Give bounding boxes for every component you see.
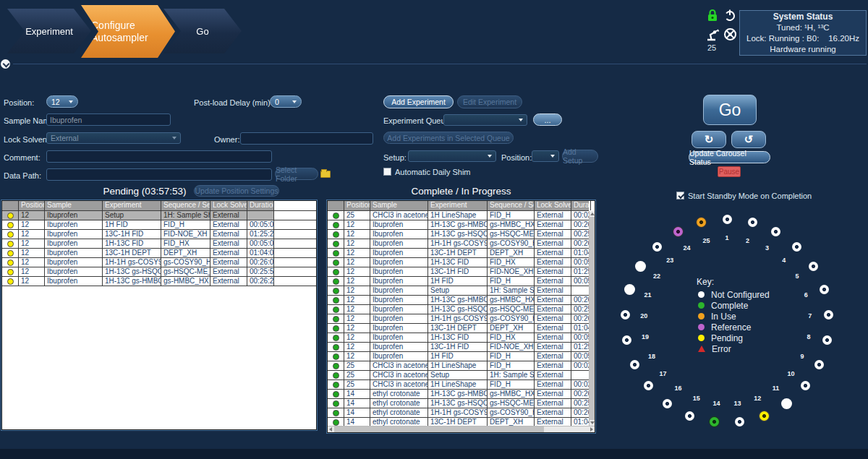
table-row[interactable]: 14ethyl crotonate1H-13C gs-HSQC-MEgs-HSQ… — [328, 399, 589, 408]
carousel-position-20[interactable] — [621, 310, 630, 319]
carousel-position-18[interactable] — [630, 360, 639, 369]
setup-position-select[interactable] — [532, 150, 559, 162]
column-header-position[interactable]: Position — [19, 201, 45, 210]
carousel-position-14[interactable] — [710, 417, 719, 426]
table-row[interactable]: 12Ibuprofen1H-13C gs-HMBCgs-HMBC_HXExter… — [328, 296, 589, 305]
table-row[interactable]: 14ethyl crotonate1H-13C gs-HMBCgs-HMBC_H… — [328, 390, 589, 399]
carousel-position-12[interactable] — [760, 411, 769, 421]
horizontal-scrollbar[interactable] — [328, 426, 595, 432]
table-row[interactable]: 12Ibuprofen1H-1H gs-COSY90gs-COSY90_HHEx… — [2, 258, 316, 267]
table-row[interactable]: 12Ibuprofen1H FIDFID_HExternal00:05:00 — [2, 220, 316, 230]
scroll-left-icon[interactable] — [329, 427, 332, 432]
column-header-sample[interactable]: Sample — [45, 201, 103, 210]
carousel-position-9[interactable] — [814, 360, 824, 369]
carousel-position-7[interactable] — [824, 310, 833, 319]
table-row[interactable]: 12Ibuprofen1H FIDFID_HExternal00:05:0 — [328, 277, 589, 286]
tab-go[interactable]: Go — [163, 9, 242, 53]
table-row[interactable]: 12IbuprofenSetup1H: Sample ShimExternal — [2, 211, 316, 220]
table-row[interactable]: 12Ibuprofen13C-1H DEPTDEPT_XHExternal01:… — [2, 249, 316, 258]
position-select[interactable]: 12 — [46, 95, 78, 108]
carousel-wheel-icon[interactable] — [723, 27, 737, 44]
scroll-down-icon[interactable] — [590, 421, 595, 424]
carousel-position-24[interactable] — [673, 227, 683, 236]
rotate-clockwise-button[interactable]: ↻ — [692, 131, 726, 148]
table-row[interactable]: 12Ibuprofen1H-1H gs-COSY90gs-COSY90_HHEx… — [328, 239, 589, 249]
tab-experiment[interactable]: Experiment — [7, 9, 91, 53]
column-header-experiment[interactable]: Experiment — [103, 201, 161, 210]
table-row[interactable]: 12Ibuprofen13C-1H FIDFID-NOE_XHExternal0… — [2, 230, 316, 239]
table-row[interactable]: 12Ibuprofen1H-13C gs-HMBCgs-HMBC_HXExter… — [2, 277, 316, 286]
carousel-position-8[interactable] — [822, 335, 832, 345]
carousel-position-2[interactable] — [748, 218, 757, 227]
table-row[interactable]: 12Ibuprofen1H FIDFID_HExternal00:05:0 — [328, 352, 589, 361]
owner-input[interactable] — [240, 132, 373, 145]
column-header-sample[interactable]: Sample — [370, 201, 428, 210]
carousel-position-15[interactable] — [685, 411, 694, 421]
table-row[interactable]: 12Ibuprofen1H-13C gs-HSQC-MEgs-HSQC-ME_H… — [328, 305, 589, 314]
table-row[interactable]: 25CHCl3 in acetone-d61H LineShapeFID_HEx… — [328, 380, 589, 390]
setup-select[interactable] — [408, 150, 496, 162]
column-header-sequence[interactable]: Sequence / Setup — [488, 201, 535, 210]
carousel-position-16[interactable] — [663, 399, 672, 408]
carousel-position-4[interactable] — [792, 242, 801, 252]
table-row[interactable]: 12Ibuprofen1H-13C gs-HSQC-MEgs-HSQC-ME_H… — [328, 230, 589, 239]
carousel-position-3[interactable] — [771, 227, 780, 236]
carousel-position-13[interactable] — [735, 417, 744, 426]
carousel-position-5[interactable] — [809, 262, 818, 271]
carousel-position-21[interactable] — [624, 284, 635, 295]
table-row[interactable]: 12Ibuprofen1H-1H gs-COSY90gs-COSY90_HHEx… — [328, 314, 589, 324]
table-row[interactable]: 12Ibuprofen13C-1H DEPTDEPT_XHExternal01:… — [328, 249, 589, 258]
data-path-input[interactable] — [46, 168, 272, 181]
carousel-position-19[interactable] — [622, 335, 631, 345]
carousel-position-25[interactable] — [697, 218, 706, 227]
carousel-position-1[interactable] — [723, 215, 732, 224]
scrollbar-thumb[interactable] — [590, 217, 595, 420]
scroll-up-icon[interactable] — [590, 213, 595, 215]
comment-input[interactable] — [46, 150, 272, 163]
table-row[interactable]: 12Ibuprofen1H-13C gs-HMBCgs-HMBC_HXExter… — [328, 220, 589, 230]
table-row[interactable]: 12Ibuprofen13C-1H FIDFID-NOE_XHExternal0… — [328, 343, 589, 352]
carousel-position-10[interactable] — [801, 381, 810, 390]
table-row[interactable]: 14ethyl crotonate1H-1H gs-COSY90gs-COSY9… — [328, 408, 589, 418]
table-row[interactable]: 12Ibuprofen13C-1H DEPTDEPT_XHExternal01:… — [328, 324, 589, 333]
folder-icon[interactable] — [320, 171, 331, 178]
carousel-position-22[interactable] — [635, 261, 646, 272]
column-header-experiment[interactable]: Experiment — [428, 201, 488, 210]
column-header-solvent[interactable]: Lock Solvent — [210, 201, 247, 210]
column-header-sequence[interactable]: Sequence / Setup — [161, 201, 210, 210]
queue-more-button[interactable]: ... — [533, 113, 562, 126]
carousel-position-23[interactable] — [652, 242, 662, 252]
table-row[interactable]: 12Ibuprofen1H-13C FIDFID_HXExternal00:05… — [2, 239, 316, 249]
table-row[interactable]: 25CHCl3 in acetone-d6Setup1H: Sample Shi… — [328, 371, 589, 380]
sample-name-input[interactable] — [46, 113, 171, 126]
rotate-counterclockwise-button[interactable]: ↺ — [731, 131, 766, 148]
table-row[interactable]: 25CHCl3 in acetone-d61H LineShapeFID_HEx… — [328, 211, 589, 220]
update-carousel-status-button[interactable]: Update Carousel Status — [689, 151, 770, 163]
collapse-panel-chevron-icon[interactable] — [1, 59, 10, 69]
table-row[interactable]: 12IbuprofenSetup1H: Sample ShimExternal — [328, 286, 589, 296]
postload-delay-select[interactable]: 0 — [270, 95, 302, 108]
standby-mode-checkbox[interactable] — [676, 192, 684, 200]
column-header-duration[interactable]: Duration — [571, 201, 591, 210]
carousel-position-11[interactable] — [781, 398, 792, 409]
table-row[interactable]: 12Ibuprofen1H-13C gs-HSQC-MEgs-HSQC-ME_H… — [2, 267, 316, 277]
table-row[interactable]: 12Ibuprofen1H-13C FIDFID_HXExternal00:05… — [328, 258, 589, 267]
vertical-scrollbar[interactable] — [589, 211, 595, 426]
table-row[interactable]: 12Ibuprofen1H-13C FIDFID_HXExternal00:05… — [328, 333, 589, 343]
column-header-duration[interactable]: Duration — [247, 201, 274, 210]
scrollbar-thumb[interactable] — [334, 426, 544, 432]
tab-configure-autosampler[interactable]: ConfigureAutosampler — [81, 5, 175, 58]
column-header-position[interactable]: Position — [344, 201, 370, 210]
experiment-queue-select[interactable] — [443, 114, 527, 126]
power-icon[interactable] — [723, 9, 736, 25]
automatic-daily-shim-checkbox[interactable] — [383, 168, 391, 176]
carousel-position-6[interactable] — [820, 285, 829, 294]
table-row[interactable]: 25CHCl3 in acetone-d61H LineShapeFID_HEx… — [328, 361, 589, 371]
add-experiment-button[interactable]: Add Experiment — [383, 95, 454, 108]
pending-table[interactable]: PositionSampleExperimentSequence / Setup… — [1, 200, 317, 430]
table-row[interactable]: 12Ibuprofen13C-1H FIDFID-NOE_XHExternal0… — [328, 267, 589, 277]
column-header-solvent[interactable]: Lock Solvent — [535, 201, 571, 210]
go-button[interactable]: Go — [703, 95, 757, 125]
scroll-right-icon[interactable] — [590, 427, 593, 432]
carousel-position-17[interactable] — [644, 381, 653, 390]
